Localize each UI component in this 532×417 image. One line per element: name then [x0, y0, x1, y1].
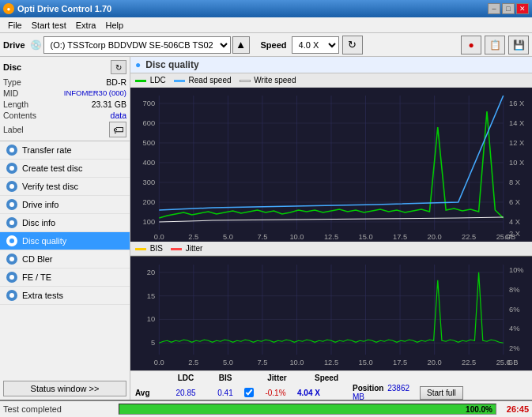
- svg-text:0.0: 0.0: [154, 359, 164, 366]
- svg-text:5.0: 5.0: [223, 359, 233, 366]
- svg-text:GB: GB: [507, 359, 518, 366]
- nav-label-verify-test-disc: Verify test disc: [22, 182, 78, 191]
- svg-text:8 X: 8 X: [509, 178, 520, 186]
- copy-button[interactable]: 📋: [485, 36, 505, 54]
- read-speed-legend-item: Read speed: [174, 76, 232, 85]
- speed-select[interactable]: 4.0 X: [292, 36, 339, 54]
- nav-dot: [6, 181, 17, 192]
- svg-text:5: 5: [151, 339, 155, 347]
- svg-text:10%: 10%: [509, 266, 524, 274]
- drive-label: Drive: [3, 40, 25, 50]
- jitter-color-swatch: [171, 248, 182, 250]
- maximize-button[interactable]: □: [502, 3, 515, 14]
- svg-text:0.0: 0.0: [154, 233, 164, 241]
- svg-text:7.5: 7.5: [257, 233, 267, 241]
- avg-jitter-value: -0.1%: [254, 389, 297, 397]
- menu-help[interactable]: Help: [100, 20, 128, 31]
- disc-header: Disc ↻: [3, 60, 126, 74]
- status-window-button[interactable]: Status window >>: [3, 381, 126, 396]
- svg-text:100: 100: [143, 218, 156, 226]
- jitter-legend-label: Jitter: [186, 244, 203, 253]
- status-text: Test completed: [3, 404, 114, 414]
- refresh-button[interactable]: ↻: [342, 36, 363, 54]
- drive-eject-button[interactable]: ▲: [232, 36, 250, 54]
- svg-text:20.0: 20.0: [428, 359, 442, 366]
- disc-label-label: Label: [3, 125, 24, 134]
- title-bar-left: ● Opti Drive Control 1.70: [3, 3, 111, 14]
- right-panel: ● Disc quality LDC Read speed Write spee…: [130, 57, 532, 400]
- start-full-button[interactable]: Start full: [420, 386, 463, 400]
- nav-disc-quality[interactable]: Disc quality: [0, 232, 130, 250]
- svg-text:10.0: 10.0: [289, 233, 304, 241]
- nav-cd-bler[interactable]: CD Bler: [0, 250, 130, 269]
- stats-area: LDC BIS Jitter Speed Avg 20.85 0.41 -0.1…: [130, 370, 532, 400]
- svg-text:4%: 4%: [509, 325, 519, 333]
- svg-text:200: 200: [143, 198, 156, 206]
- nav-label-transfer-rate: Transfer rate: [22, 145, 72, 155]
- menu-extra[interactable]: Extra: [71, 20, 101, 31]
- svg-text:16 X: 16 X: [509, 100, 524, 107]
- drive-bar: Drive 💿 (O:) TSSTcorp BDDVDW SE-506CB TS…: [0, 33, 532, 57]
- jitter-checkbox[interactable]: [244, 388, 254, 397]
- svg-text:6 X: 6 X: [509, 198, 520, 206]
- speed-value: 4.04 X: [297, 389, 320, 397]
- read-speed-legend-label: Read speed: [189, 76, 232, 85]
- minimize-button[interactable]: –: [488, 3, 500, 14]
- upper-chart-svg: 700 600 500 400 300 200 100 16 X 14 X 12…: [130, 88, 532, 242]
- chart-title: Disc quality: [145, 59, 198, 70]
- svg-text:15: 15: [147, 292, 155, 300]
- nav-extra-tests[interactable]: Extra tests: [0, 287, 130, 305]
- charts-inner: LDC Read speed Write speed: [130, 73, 532, 400]
- nav-transfer-rate[interactable]: Transfer rate: [0, 141, 130, 160]
- svg-text:22.5: 22.5: [462, 233, 476, 241]
- ldc-legend-label: LDC: [150, 76, 166, 85]
- nav-dot: [6, 254, 17, 265]
- nav-create-test-disc[interactable]: Create test disc: [0, 160, 130, 178]
- bis-col-header: BIS: [206, 374, 244, 382]
- svg-text:2.5: 2.5: [188, 233, 198, 241]
- nav-dot: [6, 145, 17, 156]
- lower-chart-svg: 20 15 10 5 10% 8% 6% 4% 2% 0.0 2.5 5.0 7…: [130, 257, 532, 370]
- disc-length-value: 23.31 GB: [92, 100, 126, 109]
- nav-label-drive-info: Drive info: [22, 200, 58, 209]
- label-icon-button[interactable]: 🏷: [109, 122, 126, 137]
- svg-text:12.5: 12.5: [324, 359, 338, 366]
- disc-button[interactable]: ●: [461, 36, 481, 54]
- position-label: Position: [353, 384, 383, 393]
- disc-icon-button[interactable]: ↻: [111, 60, 126, 74]
- nav-label-fe-te: FE / TE: [22, 272, 51, 282]
- menu-start-test[interactable]: Start test: [27, 20, 71, 31]
- title-bar-controls: – □ ✕: [488, 3, 529, 14]
- drive-select[interactable]: (O:) TSSTcorp BDDVDW SE-506CB TS02: [43, 36, 231, 54]
- position-info: Position 23862 MB: [353, 384, 420, 400]
- nav-label-cd-bler: CD Bler: [22, 254, 53, 264]
- svg-text:20.0: 20.0: [428, 233, 442, 241]
- svg-text:14 X: 14 X: [509, 119, 524, 127]
- save-button[interactable]: 💾: [508, 36, 529, 54]
- disc-type-label: Type: [3, 77, 21, 87]
- svg-text:7.5: 7.5: [257, 359, 267, 366]
- close-button[interactable]: ✕: [516, 3, 529, 14]
- nav-verify-test-disc[interactable]: Verify test disc: [0, 178, 130, 196]
- disc-type-row: Type BD-R: [3, 77, 126, 87]
- progress-bar-fill: [119, 404, 496, 414]
- upper-legend-bar: LDC Read speed Write speed: [130, 73, 532, 88]
- write-speed-color-swatch: [240, 80, 251, 82]
- menu-file[interactable]: File: [3, 20, 27, 31]
- svg-text:6%: 6%: [509, 306, 519, 314]
- nav-disc-info[interactable]: Disc info: [0, 214, 130, 232]
- bis-color-swatch: [135, 248, 146, 250]
- nav-drive-info[interactable]: Drive info: [0, 196, 130, 214]
- app-title: Opti Drive Control 1.70: [17, 4, 111, 13]
- progress-text: 100.0%: [466, 405, 492, 414]
- read-speed-color-swatch: [174, 80, 185, 82]
- chart-header: ● Disc quality: [130, 57, 532, 73]
- nav-label-create-test-disc: Create test disc: [22, 163, 82, 173]
- left-panel: Disc ↻ Type BD-R MID INFOMER30 (000) Len…: [0, 57, 130, 400]
- svg-text:15.0: 15.0: [358, 359, 372, 366]
- ldc-color-swatch: [135, 80, 146, 82]
- svg-text:300: 300: [143, 178, 156, 186]
- nav-label-extra-tests: Extra tests: [22, 291, 63, 300]
- nav-fe-te[interactable]: FE / TE: [0, 269, 130, 287]
- svg-text:600: 600: [143, 119, 156, 127]
